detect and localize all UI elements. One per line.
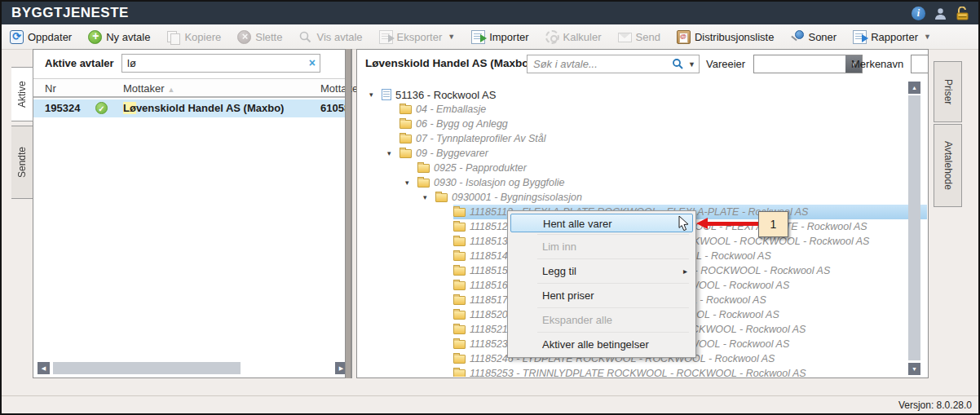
- menu-item-ekspander-alle[interactable]: Ekspander alle: [508, 310, 695, 330]
- scroll-up-button[interactable]: ▲: [908, 82, 920, 94]
- folder-icon: [453, 237, 466, 246]
- new-agreement-button[interactable]: Ny avtale: [88, 30, 150, 44]
- menu-item-aktiver-alle-betingelser[interactable]: Aktiver alle betingelser: [508, 334, 695, 355]
- folder-icon: [453, 340, 466, 349]
- horizontal-scrollbar-thumb[interactable]: [53, 362, 241, 374]
- tree-item[interactable]: 06 - Bygg og Anlegg: [358, 117, 927, 131]
- refresh-button[interactable]: Oppdater: [10, 30, 72, 44]
- folder-icon: [400, 135, 412, 143]
- menu-separator: [537, 332, 689, 333]
- chevron-down-icon: ▼: [924, 33, 931, 41]
- caret-down-icon[interactable]: ▾: [369, 91, 382, 99]
- version-label: Versjon: 8.0.28.0: [898, 400, 972, 411]
- view-agreement-button[interactable]: Vis avtale: [298, 30, 362, 44]
- export-button[interactable]: Eksporter ▼: [379, 30, 456, 44]
- tree-item[interactable]: ▾ 0930001 - Bygningsisolasjon: [358, 190, 927, 205]
- tree-item[interactable]: ▾ 0930 - Isolasjon og Byggfolie: [358, 175, 927, 190]
- menu-separator: [537, 258, 689, 259]
- tree-item[interactable]: ▾ 51136 - Rockwool AS: [358, 87, 927, 102]
- delete-button[interactable]: Slette: [237, 30, 282, 44]
- copy-button[interactable]: Kopiere: [166, 30, 221, 44]
- folder-icon: [417, 164, 430, 173]
- menu-item-legg-til[interactable]: Legg til ▸: [508, 261, 695, 281]
- send-button[interactable]: Send: [618, 31, 660, 43]
- search-icon[interactable]: [672, 58, 684, 73]
- folder-icon: [400, 149, 412, 158]
- folder-icon: [453, 208, 466, 217]
- filter-label: Aktive avtaler: [45, 57, 114, 69]
- scroll-down-button[interactable]: ▼: [908, 363, 920, 375]
- copy-icon: [166, 30, 180, 44]
- vertical-scrollbar-thumb[interactable]: [908, 95, 920, 360]
- menu-item-hent-priser[interactable]: Hent priser: [508, 285, 695, 306]
- agreement-title: Løvenskiold Handel AS (Maxbo): [365, 57, 532, 69]
- folder-icon: [435, 193, 448, 202]
- import-button[interactable]: Importer: [471, 30, 528, 44]
- clear-search-icon[interactable]: ×: [309, 56, 316, 69]
- folder-icon: [400, 120, 412, 129]
- folder-icon: [453, 252, 466, 261]
- tree-item[interactable]: 07 - Tynnplateprofiler Av Stål: [358, 131, 927, 146]
- context-menu: Hent alle varer Lim inn Legg til ▸ Hent …: [507, 210, 696, 358]
- menu-separator: [537, 307, 689, 308]
- menu-item-lim-inn[interactable]: Lim inn: [508, 236, 695, 257]
- reports-button[interactable]: Rapporter ▼: [853, 30, 931, 44]
- document-icon: [382, 89, 391, 100]
- statusbar: Versjon: 8.0.28.0: [2, 395, 978, 413]
- folder-icon: [453, 325, 466, 334]
- tab-aktive[interactable]: Aktive: [11, 67, 33, 121]
- tree-item[interactable]: ▾ 09 - Byggevarer: [358, 146, 927, 161]
- vareeier-combobox[interactable]: ▼: [753, 55, 863, 73]
- calculate-button[interactable]: Kalkuler: [545, 30, 602, 44]
- caret-down-icon[interactable]: ▾: [405, 179, 417, 187]
- submenu-arrow-icon: ▸: [683, 261, 687, 281]
- tab-avtalehode[interactable]: Avtalehode: [934, 124, 962, 207]
- chevron-down-icon[interactable]: ▼: [688, 60, 695, 68]
- tab-sendte[interactable]: Sendte: [11, 126, 33, 199]
- agreement-search-box: ×: [121, 54, 320, 73]
- folder-icon: [453, 281, 466, 290]
- column-header-mottaker[interactable]: Mottaker▲: [123, 82, 175, 95]
- tree-item[interactable]: 11185253 - TRINNLYDPLATE ROCKWOOL - ROCK…: [358, 366, 927, 377]
- caret-down-icon[interactable]: ▾: [423, 193, 435, 201]
- refresh-icon: [10, 30, 24, 44]
- merkenavn-input[interactable]: [911, 55, 929, 73]
- agreement-row-selected[interactable]: 195324 ✓ Løvenskiold Handel AS (Maxbo) 6…: [33, 99, 351, 117]
- export-icon: [379, 30, 393, 44]
- tree-item[interactable]: 0925 - Papprodukter: [358, 161, 927, 175]
- tree-search-input[interactable]: [532, 56, 662, 72]
- vareeier-label: Vareeier: [706, 58, 745, 70]
- menu-separator: [537, 234, 689, 235]
- agreement-filter-bar: Aktive avtaler ×: [33, 50, 351, 77]
- pin-icon: [790, 30, 804, 44]
- titlebar: BYGGTJENESTE i: [2, 2, 978, 24]
- tree-item[interactable]: 04 - Emballasje: [358, 102, 927, 117]
- folder-icon: [453, 223, 466, 232]
- folder-icon: [453, 296, 466, 305]
- info-icon[interactable]: i: [912, 7, 925, 20]
- column-header-mottaker-id[interactable]: Mottaker: [320, 82, 362, 95]
- chevron-down-icon: ▼: [448, 33, 455, 41]
- unlocked-padlock-icon[interactable]: [956, 7, 970, 20]
- panel-splitter[interactable]: [345, 49, 351, 378]
- user-icon[interactable]: [934, 7, 947, 20]
- caret-down-icon[interactable]: ▾: [387, 149, 400, 157]
- menu-item-hent-alle-varer[interactable]: Hent alle varer: [510, 214, 693, 232]
- import-icon: [471, 30, 485, 44]
- folder-icon: [453, 267, 466, 276]
- agreement-nr: 195324: [45, 102, 80, 114]
- zones-button[interactable]: Soner: [790, 30, 837, 44]
- column-header-nr[interactable]: Nr: [45, 82, 56, 95]
- distribution-list-button[interactable]: Distribusjonsliste: [677, 30, 775, 44]
- reports-icon: [853, 30, 867, 44]
- menu-separator: [537, 283, 689, 284]
- scroll-left-button[interactable]: ◀: [38, 362, 50, 374]
- distribution-list-icon: [677, 30, 691, 44]
- folder-icon: [453, 369, 466, 377]
- agreement-grid-header: Nr Mottaker▲ Mottaker: [33, 78, 351, 98]
- sort-asc-icon: ▲: [168, 86, 175, 94]
- annotation-step-badge: 1: [758, 211, 788, 237]
- tab-priser[interactable]: Priser: [934, 61, 962, 122]
- folder-icon: [453, 355, 466, 364]
- agreement-search-input[interactable]: [126, 55, 301, 71]
